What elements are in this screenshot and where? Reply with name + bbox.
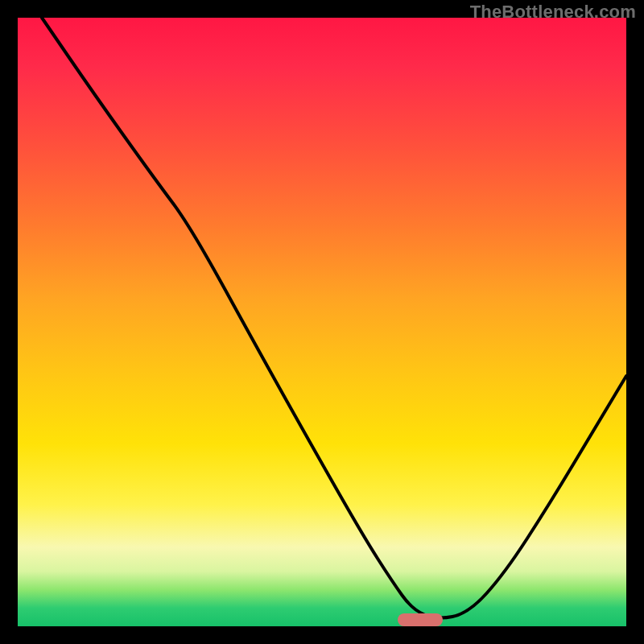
chart-frame: TheBottleneck.com [0, 0, 644, 644]
optimum-marker [398, 613, 443, 626]
plot-area [18, 18, 626, 626]
curve-path [42, 18, 626, 618]
watermark-text: TheBottleneck.com [470, 2, 636, 23]
bottleneck-curve [18, 18, 626, 626]
